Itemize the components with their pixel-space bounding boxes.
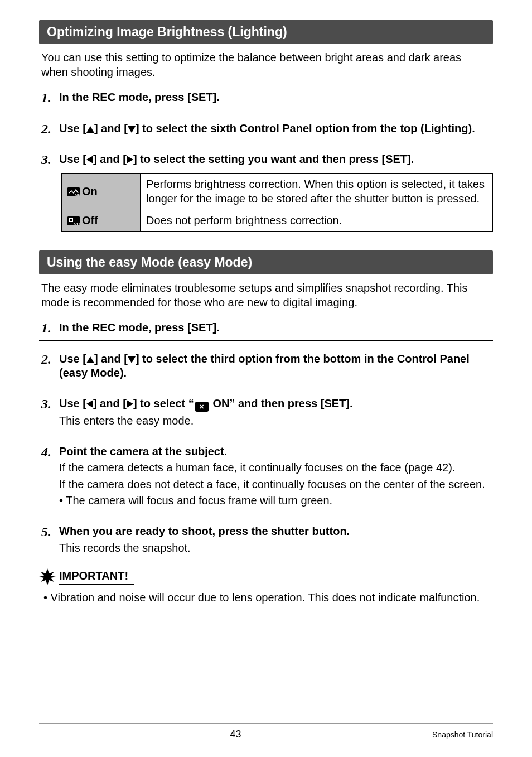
lighting-on-icon: ON	[67, 187, 80, 196]
left-arrow-icon	[86, 156, 93, 163]
lighting-intro: You can use this setting to optimize the…	[41, 51, 491, 79]
easy-step-3: 3. Use [] and [] to select “✕ ON” and th…	[39, 397, 493, 428]
table-row: OFF Off Does not perform brightness corr…	[62, 210, 493, 232]
step-text: Use [] and [] to select “✕ ON” and then …	[59, 397, 491, 428]
step-text: When you are ready to shoot, press the s…	[59, 524, 491, 555]
page-number: 43	[39, 729, 432, 740]
manual-page: Optimizing Image Brightness (Lighting) Y…	[0, 0, 532, 757]
up-arrow-icon	[86, 356, 94, 363]
lighting-step-3: 3. Use [] and [] to select the setting y…	[39, 152, 493, 167]
step-text: Use [] and [] to select the setting you …	[59, 152, 491, 167]
text-fragment: Use [	[59, 353, 86, 365]
easy-intro: The easy mode eliminates troublesome set…	[41, 281, 491, 310]
step-number: 1.	[41, 321, 59, 335]
text-fragment: ] and [	[94, 122, 128, 134]
text-fragment: ] and [	[93, 153, 127, 165]
text-fragment: Use [	[59, 122, 86, 134]
text-fragment: Use [	[59, 153, 86, 165]
svg-rect-4	[70, 219, 72, 221]
step-number: 3.	[41, 152, 59, 167]
lighting-settings-table: ON On Performs brightness correction. Wh…	[61, 173, 493, 232]
easy-mode-icon: ✕	[195, 402, 209, 412]
step-number: 4.	[41, 445, 59, 459]
easy-step-2: 2. Use [] and [] to select the third opt…	[39, 352, 493, 380]
page-footer: 43 Snapshot Tutorial	[39, 723, 493, 740]
step-sub-text: This records the snapshot.	[59, 541, 491, 556]
text-fragment: ON” and then press [SET].	[210, 397, 353, 409]
down-arrow-icon	[128, 356, 136, 363]
section-title-easy: Using the easy Mode (easy Mode)	[39, 250, 493, 274]
text-fragment: ] and [	[93, 397, 127, 409]
divider	[39, 513, 493, 513]
step-number: 5.	[41, 524, 59, 539]
lighting-step-2: 2. Use [] and [] to select the sixth Con…	[39, 122, 493, 136]
divider	[39, 433, 493, 433]
lighting-off-icon: OFF	[67, 216, 80, 225]
setting-off-desc: Does not perform brightness correction.	[141, 210, 493, 232]
svg-text:OFF: OFF	[74, 222, 80, 225]
text-fragment: ] to select the setting you want and the…	[133, 153, 414, 165]
step-number: 3.	[41, 397, 59, 411]
right-arrow-icon	[127, 156, 133, 163]
lighting-step-1: 1. In the REC mode, press [SET].	[39, 90, 493, 105]
step-number: 1.	[41, 90, 59, 105]
table-row: ON On Performs brightness correction. Wh…	[62, 174, 493, 210]
footer-section-title: Snapshot Tutorial	[432, 730, 493, 739]
important-burst-icon	[39, 568, 56, 585]
text-fragment: Point the camera at the subject.	[59, 445, 227, 457]
step-text: In the REC mode, press [SET].	[59, 321, 491, 335]
step-text: In the REC mode, press [SET].	[59, 90, 491, 105]
step-sub-text: If the camera detects a human face, it c…	[59, 461, 491, 475]
svg-text:ON: ON	[75, 193, 80, 196]
left-arrow-icon	[86, 400, 93, 408]
down-arrow-icon	[128, 126, 136, 133]
label-text: On	[82, 185, 98, 197]
easy-step-4: 4. Point the camera at the subject. If t…	[39, 445, 493, 508]
footer-divider	[39, 723, 493, 724]
up-arrow-icon	[86, 126, 94, 133]
text-fragment: When you are ready to shoot, press the s…	[59, 525, 350, 537]
section-title-lighting: Optimizing Image Brightness (Lighting)	[39, 20, 493, 44]
easy-step-1: 1. In the REC mode, press [SET].	[39, 321, 493, 335]
step-bullet: • The camera will focus and focus frame …	[59, 494, 491, 508]
divider	[39, 340, 493, 341]
setting-on-desc: Performs brightness correction. When thi…	[141, 174, 493, 210]
text-fragment: ] to select the sixth Control Panel opti…	[136, 122, 475, 134]
important-heading: IMPORTANT!	[39, 568, 493, 585]
step-number: 2.	[41, 122, 59, 136]
divider	[39, 385, 493, 385]
step-number: 2.	[41, 352, 59, 367]
text-fragment: Use [	[59, 397, 86, 409]
right-arrow-icon	[127, 400, 133, 408]
setting-on-label: ON On	[62, 174, 141, 210]
divider	[39, 141, 493, 141]
step-text: Use [] and [] to select the sixth Contro…	[59, 122, 491, 136]
text-fragment: ] and [	[94, 353, 128, 365]
important-label: IMPORTANT!	[59, 570, 134, 585]
text-fragment: ] to select “	[133, 397, 194, 409]
step-text: Use [] and [] to select the third option…	[59, 352, 491, 380]
step-sub-text: This enters the easy mode.	[59, 414, 491, 428]
easy-step-5: 5. When you are ready to shoot, press th…	[39, 524, 493, 555]
important-bullet: • Vibration and noise will occur due to …	[39, 591, 493, 605]
divider	[39, 110, 493, 110]
svg-marker-6	[39, 568, 56, 585]
step-text: Point the camera at the subject. If the …	[59, 445, 491, 508]
setting-off-label: OFF Off	[62, 210, 141, 232]
label-text: Off	[82, 214, 98, 226]
step-sub-text: If the camera does not detect a face, it…	[59, 478, 491, 492]
